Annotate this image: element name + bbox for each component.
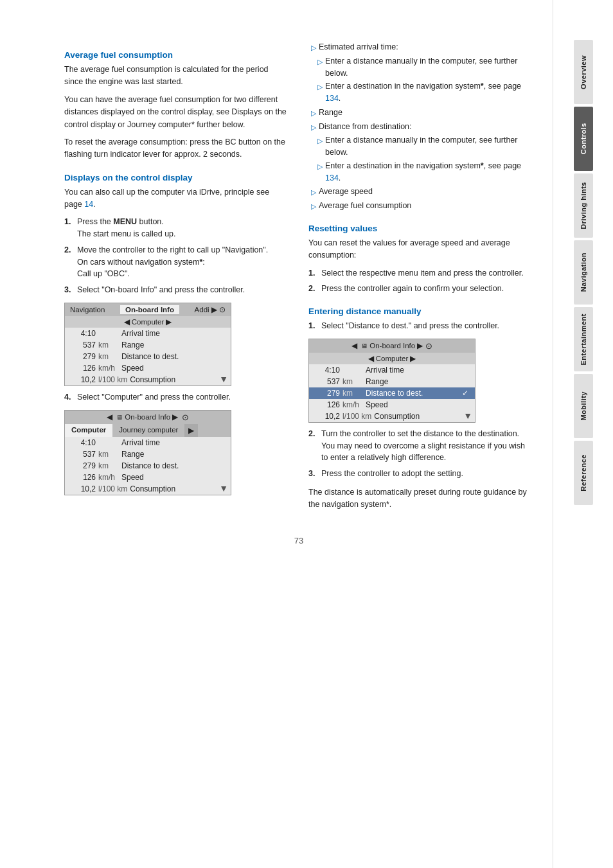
w2-row4-label: Speed: [121, 473, 224, 482]
enter-step-1-num: 1.: [308, 320, 317, 332]
displays-intro: You can also call up the computer via iD…: [64, 186, 289, 211]
w2-row5-val: 10,2: [71, 484, 96, 493]
displays-steps-list: 1. Press the MENU button.The start menu …: [64, 216, 289, 296]
bullet-range: ▷ Range: [308, 107, 533, 119]
widget-1-nav-label: Navigation: [70, 306, 105, 314]
w2-row2-unit: km: [98, 450, 119, 459]
page134-link-2[interactable]: 134: [325, 173, 339, 182]
row5-unit: l/100 km: [98, 375, 127, 384]
arrival-sub: ▷ Enter a distance manually in the compu…: [317, 55, 533, 105]
widget-3-row-3: 279 km Distance to dest. ✓: [309, 387, 475, 399]
reset-step-2-text: Press the controller again to confirm yo…: [321, 283, 504, 295]
page134-link-1[interactable]: 134: [325, 94, 339, 103]
step-4: 4. Select "Computer" and press the contr…: [64, 391, 289, 403]
step-3: 3. Select "On-board Info" and press the …: [64, 284, 289, 296]
right-bullets: ▷ Estimated arrival time: ▷ Enter a dist…: [308, 41, 533, 212]
widget-3-header-text: ◀ 🖥 On-board Info ▶: [351, 341, 423, 350]
reset-step-1: 1. Select the respective menu item and p…: [308, 267, 533, 279]
arrow-icon-1: ▷: [311, 42, 316, 53]
row4-label: Speed: [121, 364, 224, 373]
sidebar-tab-navigation-label: Navigation: [580, 252, 587, 292]
bullet-arrival: ▷ Estimated arrival time:: [308, 41, 533, 53]
w2-row1-unit: [98, 438, 119, 447]
sidebar-tab-navigation[interactable]: Navigation: [574, 240, 593, 305]
step-3-num: 3.: [64, 284, 73, 296]
w2-row4-val: 126: [71, 473, 96, 482]
avg-fuel-para3: To reset the average consumption: press …: [64, 136, 289, 161]
entering-steps-2-3: 2. Turn the controller to set the distan…: [308, 428, 533, 480]
sidebar-tab-reference[interactable]: Reference: [574, 441, 593, 505]
widget-3-row-1: 4:10 Arrival time: [309, 364, 475, 376]
step-2-num: 2.: [64, 244, 73, 280]
reset-step-1-num: 1.: [308, 267, 317, 279]
w3-row1-val: 4:10: [315, 366, 340, 375]
row5-val: 10,2: [71, 375, 96, 384]
widget-3-row-2: 537 km Range: [309, 376, 475, 387]
row3-unit: km: [98, 352, 119, 361]
sidebar-tab-driving[interactable]: Driving hints: [574, 173, 593, 238]
widget-1-header: Navigation On-board Info Addi ▶ ⊙: [65, 303, 231, 316]
enter-step-3: 3. Press the controller to adopt the set…: [308, 468, 533, 480]
widget-2-row-2: 537 km Range: [65, 448, 231, 460]
enter-step-2: 2. Turn the controller to set the distan…: [308, 428, 533, 464]
enter-step-1-text: Select "Distance to dest." and press the…: [321, 320, 499, 332]
sidebar-tab-overview[interactable]: Overview: [574, 40, 593, 104]
arrow-icon-s4: ▷: [317, 161, 323, 184]
widget-1: Navigation On-board Info Addi ▶ ⊙ ◀ Comp…: [64, 303, 231, 386]
widget-1-row-3: 279 km Distance to dest.: [65, 351, 231, 362]
scroll-down-icon: ▼: [219, 374, 228, 384]
widget-2-header: ◀ 🖥 On-board Info ▶ ⊙: [65, 411, 231, 424]
sidebar-tab-controls-label: Controls: [580, 123, 587, 154]
step-4-num: 4.: [64, 391, 73, 403]
sidebar-tab-mobility[interactable]: Mobility: [574, 374, 593, 438]
sidebar: Overview Controls Driving hints Navigati…: [553, 0, 613, 868]
sidebar-tab-entertainment[interactable]: Entertainment: [574, 307, 593, 371]
w3-row2-unit: km: [342, 377, 363, 386]
widget-2-header-icon: ⊙: [182, 412, 189, 422]
displays-title: Displays on the control display: [64, 173, 289, 182]
widget-2-row-3: 279 km Distance to dest.: [65, 460, 231, 472]
bullet-avg-speed: ▷ Average speed: [308, 186, 533, 198]
widget-2-tabs: Computer Journey computer ▶: [65, 424, 231, 437]
arrival-sub-1: ▷ Enter a distance manually in the compu…: [317, 55, 533, 80]
step-1-text: Press the MENU button.The start menu is …: [77, 216, 176, 240]
arrow-icon-s3: ▷: [317, 136, 323, 159]
w2-row1-label: Arrival time: [121, 438, 224, 447]
widget-2-row-5: 10,2 l/100 km Consumption ▼: [65, 483, 231, 495]
scroll-down-3-icon: ▼: [463, 411, 472, 421]
page-number: 73: [64, 536, 533, 545]
w3-row3-label: Distance to dest.: [366, 389, 459, 398]
w3-row1-unit: [342, 366, 363, 375]
tab-journey[interactable]: Journey computer: [112, 424, 184, 437]
widget-3: ◀ 🖥 On-board Info ▶ ⊙ ◀ Computer ▶ 4:10 …: [308, 339, 475, 423]
w2-row3-unit: km: [98, 461, 119, 470]
w3-row1-label: Arrival time: [366, 366, 468, 375]
distance-sub: ▷ Enter a distance manually in the compu…: [317, 134, 533, 184]
page14-link[interactable]: 14: [84, 200, 93, 209]
w2-row1-val: 4:10: [71, 438, 96, 447]
widget-3-row-4: 126 km/h Speed: [309, 399, 475, 411]
step-2-text: Move the controller to the right to call…: [77, 244, 268, 280]
sidebar-tab-overview-label: Overview: [580, 55, 587, 89]
step-4-text: Select "Computer" and press the controll…: [77, 391, 231, 403]
entering-title: Entering distance manually: [308, 306, 533, 316]
bullet-avg-fuel: ▷ Average fuel consumption: [308, 200, 533, 212]
widget-2-header-text: ◀ 🖥 On-board Info ▶: [107, 412, 179, 421]
enter-step-2-num: 2.: [308, 428, 317, 464]
widget-2-row-4: 126 km/h Speed: [65, 472, 231, 483]
entering-step1-list: 1. Select "Distance to dest." and press …: [308, 320, 533, 332]
tab-computer[interactable]: Computer: [65, 424, 112, 437]
w2-row4-unit: km/h: [98, 473, 119, 482]
row4-val: 126: [71, 364, 96, 373]
distance-sub-1: ▷ Enter a distance manually in the compu…: [317, 134, 533, 159]
w2-row2-val: 537: [71, 450, 96, 459]
sidebar-tab-controls[interactable]: Controls: [574, 107, 593, 171]
reset-step-2-num: 2.: [308, 283, 317, 295]
resetting-title: Resetting values: [308, 224, 533, 233]
distance-sub-2: ▷ Enter a destination in the navigation …: [317, 160, 533, 184]
widget-3-header-icon: ⊙: [425, 341, 432, 351]
widget-1-row-2: 537 km Range: [65, 339, 231, 351]
tab-arrow-icon: ▶: [184, 424, 198, 437]
avg-fuel-para1: The average fuel consumption is calculat…: [64, 64, 289, 89]
row2-val: 537: [71, 341, 96, 350]
